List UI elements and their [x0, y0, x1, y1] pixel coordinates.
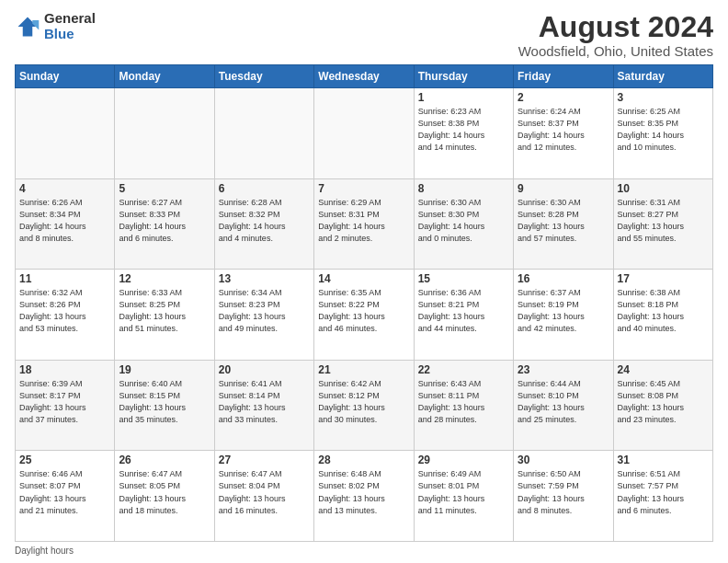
calendar-day-cell	[214, 88, 313, 179]
calendar-week-row: 1Sunrise: 6:23 AMSunset: 8:38 PMDaylight…	[16, 88, 713, 179]
day-info: Sunrise: 6:43 AMSunset: 8:11 PMDaylight:…	[418, 378, 509, 426]
calendar-day-cell: 6Sunrise: 6:28 AMSunset: 8:32 PMDaylight…	[214, 178, 313, 270]
day-number: 6	[219, 182, 310, 195]
calendar-day-cell: 1Sunrise: 6:23 AMSunset: 8:38 PMDaylight…	[414, 88, 513, 179]
calendar-day-cell: 27Sunrise: 6:47 AMSunset: 8:04 PMDayligh…	[214, 451, 313, 542]
calendar-header-thursday: Thursday	[414, 65, 513, 88]
day-number: 1	[418, 91, 509, 104]
day-number: 2	[518, 91, 609, 104]
day-info: Sunrise: 6:32 AMSunset: 8:26 PMDaylight:…	[19, 287, 110, 335]
calendar-header-sunday: Sunday	[16, 65, 115, 88]
footer-note: Daylight hours	[15, 546, 713, 556]
subtitle: Woodsfield, Ohio, United States	[518, 43, 713, 59]
day-number: 8	[418, 182, 509, 195]
day-number: 15	[418, 272, 509, 285]
day-number: 11	[19, 272, 110, 285]
day-number: 14	[318, 272, 409, 285]
day-info: Sunrise: 6:25 AMSunset: 8:35 PMDaylight:…	[618, 106, 709, 154]
calendar-day-cell: 3Sunrise: 6:25 AMSunset: 8:35 PMDaylight…	[613, 88, 712, 179]
day-number: 28	[318, 454, 409, 466]
day-number: 9	[518, 182, 609, 195]
day-info: Sunrise: 6:38 AMSunset: 8:18 PMDaylight:…	[618, 287, 709, 335]
day-number: 20	[219, 363, 310, 376]
calendar-day-cell: 22Sunrise: 6:43 AMSunset: 8:11 PMDayligh…	[414, 360, 513, 451]
calendar-day-cell: 16Sunrise: 6:37 AMSunset: 8:19 PMDayligh…	[514, 270, 613, 361]
calendar-day-cell: 24Sunrise: 6:45 AMSunset: 8:08 PMDayligh…	[613, 360, 712, 451]
calendar-header-saturday: Saturday	[613, 65, 712, 88]
calendar-day-cell: 10Sunrise: 6:31 AMSunset: 8:27 PMDayligh…	[613, 178, 712, 270]
calendar-day-cell: 12Sunrise: 6:33 AMSunset: 8:25 PMDayligh…	[115, 270, 214, 361]
day-info: Sunrise: 6:36 AMSunset: 8:21 PMDaylight:…	[418, 287, 509, 335]
day-number: 18	[19, 363, 110, 376]
calendar-day-cell: 23Sunrise: 6:44 AMSunset: 8:10 PMDayligh…	[514, 360, 613, 451]
day-info: Sunrise: 6:51 AMSunset: 7:57 PMDaylight:…	[618, 468, 709, 516]
day-number: 17	[618, 272, 709, 285]
calendar-week-row: 11Sunrise: 6:32 AMSunset: 8:26 PMDayligh…	[16, 270, 713, 361]
calendar-day-cell	[16, 88, 115, 179]
day-info: Sunrise: 6:37 AMSunset: 8:19 PMDaylight:…	[518, 287, 609, 335]
calendar-day-cell: 28Sunrise: 6:48 AMSunset: 8:02 PMDayligh…	[314, 451, 414, 542]
calendar-day-cell	[314, 88, 414, 179]
logo-general-text: General	[44, 11, 96, 27]
day-info: Sunrise: 6:35 AMSunset: 8:22 PMDaylight:…	[318, 287, 409, 335]
calendar-day-cell: 25Sunrise: 6:46 AMSunset: 8:07 PMDayligh…	[16, 451, 115, 542]
logo-text: General Blue	[44, 11, 96, 41]
calendar-day-cell: 19Sunrise: 6:40 AMSunset: 8:15 PMDayligh…	[115, 360, 214, 451]
day-number: 5	[119, 182, 210, 195]
calendar-day-cell: 30Sunrise: 6:50 AMSunset: 7:59 PMDayligh…	[514, 451, 613, 542]
day-number: 22	[418, 363, 509, 376]
header: General Blue August 2024 Woodsfield, Ohi…	[15, 11, 713, 59]
day-number: 19	[119, 363, 210, 376]
day-number: 30	[518, 454, 609, 466]
logo: General Blue	[15, 11, 96, 41]
calendar-header-wednesday: Wednesday	[314, 65, 414, 88]
calendar-day-cell: 26Sunrise: 6:47 AMSunset: 8:05 PMDayligh…	[115, 451, 214, 542]
day-info: Sunrise: 6:41 AMSunset: 8:14 PMDaylight:…	[219, 378, 310, 426]
main-title: August 2024	[518, 11, 713, 43]
day-info: Sunrise: 6:23 AMSunset: 8:38 PMDaylight:…	[418, 106, 509, 154]
day-info: Sunrise: 6:45 AMSunset: 8:08 PMDaylight:…	[618, 378, 709, 426]
day-number: 25	[19, 454, 110, 466]
page: General Blue August 2024 Woodsfield, Ohi…	[0, 0, 728, 563]
calendar-day-cell	[115, 88, 214, 179]
calendar-day-cell: 15Sunrise: 6:36 AMSunset: 8:21 PMDayligh…	[414, 270, 513, 361]
day-number: 13	[219, 272, 310, 285]
calendar-day-cell: 18Sunrise: 6:39 AMSunset: 8:17 PMDayligh…	[16, 360, 115, 451]
calendar-day-cell: 31Sunrise: 6:51 AMSunset: 7:57 PMDayligh…	[613, 451, 712, 542]
day-info: Sunrise: 6:49 AMSunset: 8:01 PMDaylight:…	[418, 468, 509, 516]
svg-marker-0	[18, 17, 38, 36]
calendar-week-row: 4Sunrise: 6:26 AMSunset: 8:34 PMDaylight…	[16, 178, 713, 270]
day-number: 31	[618, 454, 709, 466]
day-number: 24	[618, 363, 709, 376]
title-block: August 2024 Woodsfield, Ohio, United Sta…	[518, 11, 713, 59]
day-number: 27	[219, 454, 310, 466]
calendar-day-cell: 5Sunrise: 6:27 AMSunset: 8:33 PMDaylight…	[115, 178, 214, 270]
day-number: 10	[618, 182, 709, 195]
calendar-table: SundayMondayTuesdayWednesdayThursdayFrid…	[15, 64, 713, 542]
day-info: Sunrise: 6:24 AMSunset: 8:37 PMDaylight:…	[518, 106, 609, 154]
calendar-day-cell: 17Sunrise: 6:38 AMSunset: 8:18 PMDayligh…	[613, 270, 712, 361]
day-info: Sunrise: 6:29 AMSunset: 8:31 PMDaylight:…	[318, 197, 409, 245]
calendar-day-cell: 14Sunrise: 6:35 AMSunset: 8:22 PMDayligh…	[314, 270, 414, 361]
day-info: Sunrise: 6:34 AMSunset: 8:23 PMDaylight:…	[219, 287, 310, 335]
logo-icon	[15, 14, 40, 40]
calendar-week-row: 25Sunrise: 6:46 AMSunset: 8:07 PMDayligh…	[16, 451, 713, 542]
calendar-header-monday: Monday	[115, 65, 214, 88]
day-info: Sunrise: 6:33 AMSunset: 8:25 PMDaylight:…	[119, 287, 210, 335]
day-info: Sunrise: 6:50 AMSunset: 7:59 PMDaylight:…	[518, 468, 609, 516]
logo-blue-text: Blue	[44, 27, 96, 42]
day-info: Sunrise: 6:31 AMSunset: 8:27 PMDaylight:…	[618, 197, 709, 245]
day-number: 21	[318, 363, 409, 376]
day-info: Sunrise: 6:46 AMSunset: 8:07 PMDaylight:…	[19, 468, 110, 516]
day-number: 16	[518, 272, 609, 285]
day-number: 26	[119, 454, 210, 466]
calendar-header-row: SundayMondayTuesdayWednesdayThursdayFrid…	[16, 65, 713, 88]
calendar-header-friday: Friday	[514, 65, 613, 88]
calendar-day-cell: 8Sunrise: 6:30 AMSunset: 8:30 PMDaylight…	[414, 178, 513, 270]
day-number: 29	[418, 454, 509, 466]
day-number: 23	[518, 363, 609, 376]
calendar-header-tuesday: Tuesday	[214, 65, 313, 88]
calendar-day-cell: 2Sunrise: 6:24 AMSunset: 8:37 PMDaylight…	[514, 88, 613, 179]
day-info: Sunrise: 6:28 AMSunset: 8:32 PMDaylight:…	[219, 197, 310, 245]
day-number: 4	[19, 182, 110, 195]
